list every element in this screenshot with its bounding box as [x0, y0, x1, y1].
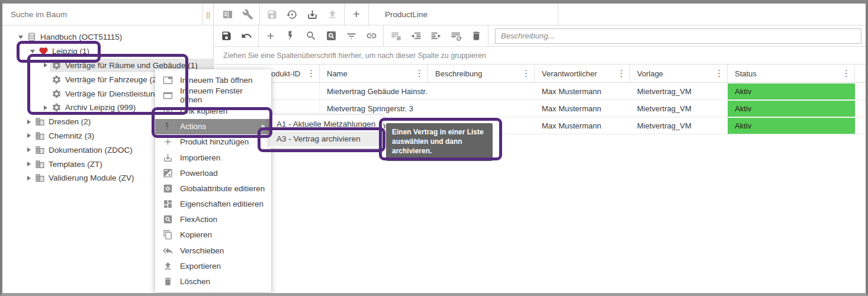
building-icon	[33, 145, 46, 155]
cell-vorlage: Mietvertrag_VM	[630, 100, 728, 117]
menu-item-delete[interactable]: Löschen	[155, 274, 271, 289]
menu-item-add-product[interactable]: Produkt hinzufügen	[155, 134, 271, 150]
link-icon	[162, 106, 173, 116]
expander-icon[interactable]	[25, 162, 33, 166]
main-area: + ProductLine +	[214, 4, 866, 293]
submenu-item-a1[interactable]: A1 - Aktuelle Mietzahlungen	[269, 117, 383, 131]
beschreibung-filter-input[interactable]	[495, 28, 861, 44]
details-panel-button[interactable]	[217, 6, 237, 22]
column-menu-icon[interactable]: ⋮	[520, 68, 532, 79]
table-row[interactable]: Mietvertrag Gebäude Hainstr. 9 Max Muste…	[214, 83, 866, 100]
menu-item-export[interactable]: Exportieren	[155, 258, 271, 274]
cell-vorlage: Mietvertrag_VM	[630, 83, 728, 99]
column-menu-icon[interactable]: ⋮	[414, 68, 425, 79]
cell-verantwortlicher: Max Mustermann	[535, 117, 630, 134]
filter-button[interactable]	[341, 28, 361, 44]
submenu-arrow-icon	[262, 124, 265, 129]
column-header-name[interactable]: Name ⋮	[320, 65, 428, 82]
panel-splitter-handle[interactable]: ||	[202, 4, 213, 25]
column-header-status[interactable]: Status ⋮	[728, 65, 855, 82]
tree-search-input[interactable]	[2, 4, 202, 25]
rows-save-button[interactable]	[385, 28, 406, 44]
save-button[interactable]	[216, 28, 236, 44]
plus-icon	[162, 137, 173, 147]
open-tab-icon	[162, 75, 173, 85]
building-icon	[33, 117, 46, 127]
column-menu-icon[interactable]: ⋮	[841, 68, 852, 79]
menu-item-import[interactable]: Importieren	[155, 150, 271, 165]
expander-icon[interactable]	[25, 147, 33, 152]
settings-wrench-button[interactable]	[237, 6, 258, 22]
menu-item-open-in-new-tab[interactable]: In neuem Tab öffnen	[155, 72, 271, 88]
column-header-vorlage[interactable]: Vorlage ⋮	[630, 65, 728, 82]
tree-node-label: Templates (ZT)	[49, 160, 102, 169]
menu-item-copy[interactable]: Kopieren	[155, 227, 271, 243]
save-button[interactable]	[262, 6, 282, 22]
tree-node-label: Dresden (2)	[49, 117, 91, 126]
tree-node-leipzig[interactable]: Leipzig (1)	[2, 44, 213, 59]
delete-row-button[interactable]	[466, 28, 486, 44]
search-button[interactable]	[301, 28, 321, 44]
rows-refresh-button[interactable]	[446, 28, 466, 44]
tree-node-label: Archiv Leipzig (999)	[65, 103, 136, 112]
menu-item-move[interactable]: Verschieben	[155, 243, 271, 258]
row-insert-button[interactable]	[426, 28, 446, 44]
status-badge: Aktiv	[728, 118, 855, 134]
tab-label: ProductLine	[385, 10, 427, 19]
menu-item-powerload[interactable]: Powerload	[155, 165, 271, 181]
tree-node-label: Handbuch (OCT51115)	[40, 33, 122, 41]
building-icon	[33, 173, 46, 183]
history-restore-button[interactable]	[282, 6, 302, 22]
undo-button[interactable]	[236, 28, 256, 44]
column-menu-icon[interactable]: ⋮	[713, 68, 725, 79]
import-icon	[162, 153, 173, 163]
search-square-button[interactable]	[321, 28, 341, 44]
submenu-item-a3[interactable]: A3 - Vertrag archivieren	[269, 131, 383, 146]
menu-item-actions[interactable]: Actions	[155, 119, 271, 134]
menu-item-flexaction[interactable]: FlexAction	[155, 212, 271, 227]
expander-icon[interactable]	[41, 63, 50, 67]
tab-productline[interactable]: ProductLine	[371, 4, 558, 25]
menu-item-edit-global-attributes[interactable]: Globalattribute editieren	[155, 181, 271, 196]
expander-icon[interactable]	[41, 105, 50, 110]
database-icon	[25, 32, 38, 42]
trash-icon	[162, 276, 173, 287]
tree-node-handbuch[interactable]: Handbuch (OCT51115)	[2, 30, 213, 44]
add-tab-button[interactable]: +	[346, 6, 367, 22]
heart-icon	[37, 46, 50, 56]
add-row-button[interactable]: +	[261, 28, 281, 44]
menu-item-edit-properties[interactable]: Eigenschaften editieren	[155, 197, 271, 212]
gear-icon	[50, 102, 63, 112]
cell-verantwortlicher: Max Mustermann	[535, 83, 630, 99]
expander-icon[interactable]	[25, 133, 33, 138]
expander-icon[interactable]	[28, 50, 37, 53]
export-button[interactable]	[322, 6, 342, 22]
expander-icon[interactable]	[25, 120, 33, 124]
tree-node-label: Verträge für Fahrzeuge (2)	[65, 75, 159, 84]
export-icon	[162, 261, 173, 271]
tree-node-label: Leipzig (1)	[52, 47, 89, 56]
cell-name: Mietvertrag Springerstr. 3	[320, 100, 428, 117]
group-by-bar[interactable]: Ziehen Sie eine Spaltenüberschrift hierh…	[214, 47, 866, 65]
row-remove-button[interactable]	[406, 28, 426, 44]
app-window: || Handbuch (OCT51115)	[0, 0, 868, 296]
menu-item-copy-link[interactable]: Link kopieren	[155, 103, 271, 118]
actions-submenu: A1 - Aktuelle Mietzahlungen A3 - Vertrag…	[269, 115, 383, 148]
menu-item-open-in-new-window[interactable]: In neuem Fenster öffnen	[155, 88, 271, 103]
column-header-verantwortlicher[interactable]: Verantwortlicher ⋮	[535, 65, 630, 82]
tree-node-label: Verträge für Dienstleistunge	[65, 89, 164, 98]
link-button[interactable]	[361, 28, 381, 44]
flexaction-icon	[162, 214, 173, 224]
tree-node-label: Validierung Module (ZV)	[49, 173, 134, 182]
gear-icon	[50, 75, 63, 85]
import-button[interactable]	[302, 6, 322, 22]
column-header-beschreibung[interactable]: Beschreibung ⋮	[428, 65, 535, 82]
actions-bolt-button[interactable]	[281, 28, 301, 44]
column-menu-icon[interactable]: ⋮	[306, 68, 317, 79]
global-attributes-icon	[162, 184, 173, 194]
column-menu-icon[interactable]: ⋮	[616, 68, 627, 79]
action-tooltip: Einen Vertrag in einer Liste auswählen u…	[386, 123, 493, 161]
cell-vorlage: Mietvertrag_VM	[630, 117, 728, 134]
expander-icon[interactable]	[25, 176, 33, 181]
expander-icon[interactable]	[17, 36, 25, 39]
